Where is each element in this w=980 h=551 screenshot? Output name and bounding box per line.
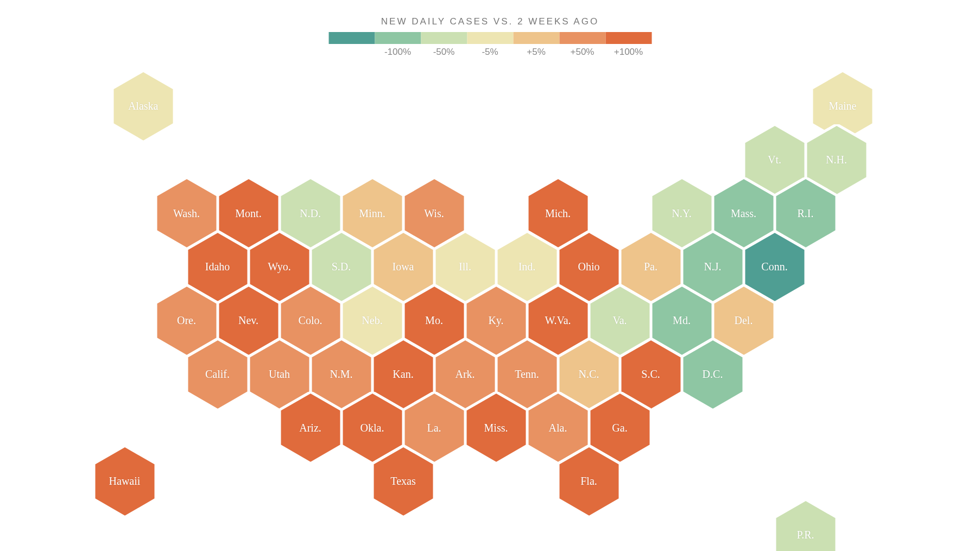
- legend-swatch: [559, 32, 605, 44]
- legend-label: -100%: [375, 47, 421, 58]
- hex-state[interactable]: Hawaii: [94, 446, 156, 517]
- legend-label: -50%: [421, 47, 467, 58]
- hex-state[interactable]: Texas: [372, 446, 434, 517]
- legend-swatch: [467, 32, 513, 44]
- hex-state[interactable]: Fla.: [558, 446, 620, 517]
- legend-label: +5%: [513, 47, 559, 58]
- hex-state[interactable]: Calif.: [187, 339, 249, 410]
- legend: -100%-50%-5%+5%+50%+100%: [328, 31, 652, 58]
- svg-marker-49: [372, 446, 434, 517]
- svg-marker-0: [112, 71, 174, 142]
- legend-swatch: [513, 32, 559, 44]
- hex-state[interactable]: Miss.: [465, 392, 527, 464]
- legend-swatches: [328, 31, 652, 45]
- legend-swatch: [421, 32, 467, 44]
- chart-title: NEW DAILY CASES VS. 2 WEEKS AGO: [381, 16, 599, 27]
- hex-state[interactable]: D.C.: [682, 339, 744, 410]
- svg-marker-42: [280, 392, 342, 464]
- svg-marker-45: [465, 392, 527, 464]
- hex-state[interactable]: Ariz.: [280, 392, 342, 464]
- legend-swatch: [375, 32, 421, 44]
- svg-marker-33: [187, 339, 249, 410]
- legend-label: +100%: [605, 47, 652, 58]
- legend-swatch: [328, 32, 375, 44]
- legend-labels: -100%-50%-5%+5%+50%+100%: [352, 47, 629, 58]
- legend-label: -5%: [467, 47, 513, 58]
- svg-marker-50: [558, 446, 620, 517]
- svg-marker-41: [682, 339, 744, 410]
- legend-swatch: [605, 32, 652, 44]
- hex-state[interactable]: P.R.: [775, 499, 837, 551]
- legend-label: +50%: [559, 47, 605, 58]
- svg-marker-48: [94, 446, 156, 517]
- hex-map: AlaskaMaineVt.N.H.Wash.Mont.N.D.Minn.Wis…: [94, 71, 887, 537]
- svg-marker-51: [775, 499, 837, 551]
- hex-state[interactable]: Alaska: [112, 71, 174, 142]
